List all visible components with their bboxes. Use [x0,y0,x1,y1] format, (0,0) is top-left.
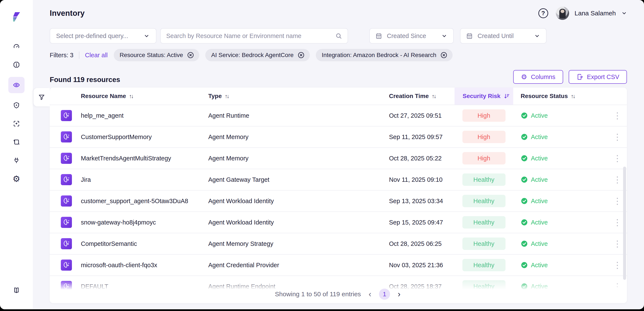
row-actions-menu[interactable]: ⋮ [608,154,627,163]
eye-icon [13,81,20,89]
created-since-filter[interactable]: Created Since [369,28,454,44]
security-risk-badge: High [462,152,506,164]
remove-filter-icon[interactable] [187,52,194,59]
sidebar-item-alerts[interactable] [8,59,24,71]
row-actions-menu[interactable]: ⋮ [608,111,627,120]
user-menu[interactable]: Lana Salameh [556,7,627,20]
next-page-button[interactable]: › [396,290,402,299]
agentcore-resource-icon [61,259,72,271]
table-scrollbar[interactable] [623,167,626,280]
export-csv-label: Export CSV [587,74,620,81]
sidebar-item-dashboard[interactable] [8,40,24,53]
predefined-query-select[interactable]: Select pre-defined query... [50,28,156,44]
check-circle-icon [521,261,528,269]
alert-octagon-icon [13,61,20,68]
shield-star-icon [13,102,20,109]
sidebar-item-security[interactable] [8,99,24,112]
search-input[interactable] [166,33,328,40]
top-bar: Inventory ? Lana Salameh [50,0,627,27]
creation-time: Oct 27, 2025 09:51 [389,112,454,119]
filter-chip-label: Resource Status: Active [120,52,183,59]
pagination-summary: Showing 1 to 50 of 119 entries [275,290,361,298]
resources-table-card: Resource Name ↑↓ Type ↑↓ Creation Time ↑… [50,88,627,303]
columns-button-label: Columns [531,74,555,81]
table-row[interactable]: CustomerSupportMemory Agent Memory Sep 1… [50,126,627,148]
sort-icon: ↑↓ [129,93,133,100]
resource-type: Agent Runtime [208,112,389,119]
creation-time: Sep 13, 2025 03:34 [389,198,454,205]
sidebar-item-ai-discovery[interactable] [8,118,24,130]
table-row[interactable]: help_me_agent Agent Runtime Oct 27, 2025… [50,105,627,126]
column-header-creation-time[interactable]: Creation Time ↑↓ [389,88,454,105]
applied-filters-row: Filters: 3 Clear all Resource Status: Ac… [50,49,627,61]
column-header-resource-status[interactable]: Resource Status ↑↓ [513,88,608,105]
creation-time: Oct 28, 2025 05:22 [389,155,454,162]
check-circle-icon [521,219,528,226]
sort-icon: ↑↓ [432,93,436,100]
search-box [160,28,348,44]
row-actions-menu[interactable]: ⋮ [608,133,627,141]
resource-type: Agent Gateway Target [208,176,389,183]
remove-filter-icon[interactable] [298,52,305,59]
page-title: Inventory [50,9,85,18]
agentcore-resource-icon [61,153,72,164]
created-until-label: Created Until [478,33,529,40]
check-circle-icon [521,133,528,141]
scroll-icon [13,138,20,146]
sidebar-item-inventory[interactable] [8,77,24,93]
sidebar-item-settings[interactable]: ⚙ [8,173,24,185]
check-circle-icon [521,176,528,183]
column-header-security-risk[interactable]: Security Risk [454,88,513,105]
table-row[interactable]: CompetitorSemantic Agent Memory Strategy… [50,233,627,255]
gauge-icon [13,43,20,50]
search-icon[interactable] [335,33,342,39]
resource-name: CompetitorSemantic [81,240,208,247]
sidebar-item-integrations[interactable] [8,154,24,167]
resource-name: Jira [81,176,208,183]
avatar [556,7,569,20]
chevron-down-icon [441,33,448,39]
sidebar-item-policies[interactable] [8,136,24,148]
page-number[interactable]: 1 [379,288,390,300]
chevron-down-icon [143,33,150,39]
help-icon[interactable]: ? [538,8,548,18]
sidebar-nav: ⚙ [8,40,24,185]
calendar-icon [466,33,473,39]
table-row[interactable]: customer_support_agent-5Otaw3DuA8 Agent … [50,191,627,212]
resource-name: snow-gateway-ho8j4pmoyc [81,219,208,226]
chevron-down-icon [622,11,627,16]
filter-bar: Select pre-defined query... Created Sinc… [50,28,627,44]
predefined-query-placeholder: Select pre-defined query... [56,33,128,40]
scan-sparkle-icon [13,120,20,127]
creation-time: Nov 11, 2025 09:10 [389,176,454,183]
export-icon [576,74,583,80]
table-row[interactable]: snow-gateway-ho8j4pmoyc Agent Workload I… [50,212,627,233]
resource-type: Agent Memory Strategy [208,240,389,247]
remove-filter-icon[interactable] [440,52,448,59]
table-row[interactable]: microsoft-oauth-client-fqo3x Agent Crede… [50,255,627,276]
export-csv-button[interactable]: Export CSV [569,70,627,84]
columns-button[interactable]: ⚙ Columns [513,70,563,84]
sidebar: ⚙ [0,0,33,309]
column-label: Resource Name [81,93,126,100]
table-body: help_me_agent Agent Runtime Oct 27, 2025… [50,105,627,297]
agentcore-resource-icon [61,217,72,228]
clear-all-button[interactable]: Clear all [85,52,108,59]
column-header-resource-name[interactable]: Resource Name ↑↓ [81,88,208,105]
table-header-row: Resource Name ↑↓ Type ↑↓ Creation Time ↑… [50,88,627,105]
gear-icon: ⚙ [521,74,527,80]
filter-chip-label: Integration: Amazon Bedrock - AI Researc… [322,52,436,59]
security-risk-badge: Healthy [462,259,506,271]
agentcore-resource-icon [61,131,72,142]
prev-page-button[interactable]: ‹ [367,290,372,299]
sort-icon: ↑↓ [571,93,575,100]
table-row[interactable]: MarketTrendsAgentMultiStrategy Agent Mem… [50,148,627,169]
sidebar-item-docs[interactable] [8,284,24,296]
column-header-type[interactable]: Type ↑↓ [208,88,389,105]
filter-panel-tab[interactable] [34,88,50,106]
created-until-filter[interactable]: Created Until [460,28,546,44]
agentcore-resource-icon [61,195,72,207]
creation-time: Sep 15, 2025 09:47 [389,219,454,226]
table-row[interactable]: Jira Agent Gateway Target Nov 11, 2025 0… [50,169,627,191]
sort-icon: ↑↓ [225,93,228,100]
